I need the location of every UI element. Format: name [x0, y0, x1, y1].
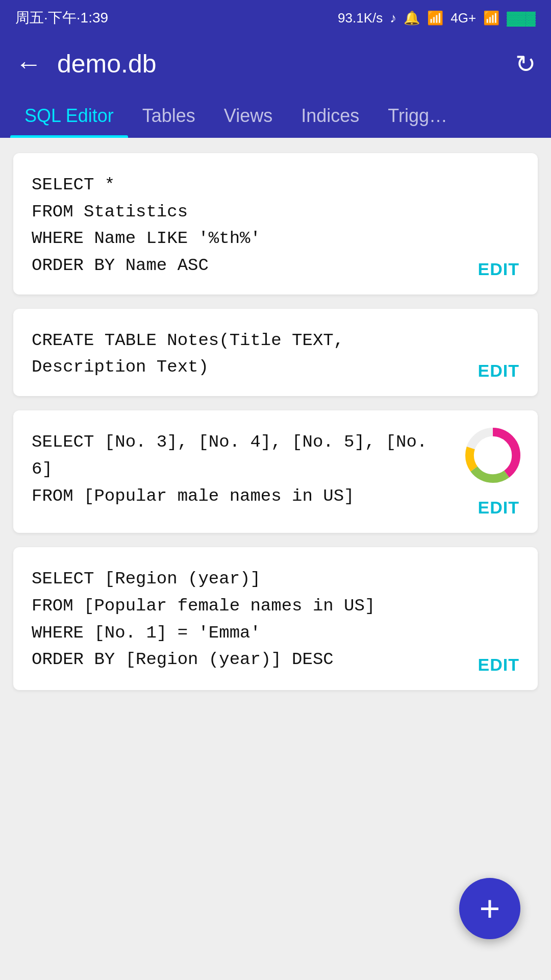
tab-sql-editor[interactable]: SQL Editor — [10, 95, 128, 138]
music-icon: ♪ — [390, 10, 396, 26]
tab-triggers[interactable]: Trigg… — [373, 95, 462, 138]
tab-indices[interactable]: Indices — [287, 95, 373, 138]
edit-button-2[interactable]: EDIT — [478, 361, 519, 381]
query-card-1: SELECT * FROM Statistics WHERE Name LIKE… — [13, 153, 538, 295]
add-query-button[interactable]: + — [459, 878, 520, 939]
app-bar-title: demo.db — [57, 49, 500, 79]
query-card-3: SELECT [No. 3], [No. 4], [No. 5], [No. 6… — [13, 410, 538, 533]
app-bar: ← demo.db ↻ — [0, 36, 551, 92]
tab-views[interactable]: Views — [210, 95, 287, 138]
notification-icon: 🔔 — [404, 10, 420, 26]
edit-button-1[interactable]: EDIT — [478, 259, 519, 279]
refresh-button[interactable]: ↻ — [515, 50, 536, 78]
query-card-4: SELECT [Region (year)] FROM [Popular fem… — [13, 547, 538, 690]
status-right: 93.1K/s ♪ 🔔 📶 4G+ 📶 ▓▓▓ — [338, 10, 536, 26]
content-area: SELECT * FROM Statistics WHERE Name LIKE… — [0, 138, 551, 980]
edit-button-3[interactable]: EDIT — [478, 498, 519, 518]
status-time: 周五·下午·1:39 — [15, 8, 108, 28]
status-bar: 周五·下午·1:39 93.1K/s ♪ 🔔 📶 4G+ 📶 ▓▓▓ — [0, 0, 551, 36]
back-button[interactable]: ← — [15, 48, 42, 79]
tab-bar: SQL Editor Tables Views Indices Trigg… — [0, 92, 551, 138]
query-text-4: SELECT [Region (year)] FROM [Popular fem… — [32, 566, 519, 673]
query-text-3: SELECT [No. 3], [No. 4], [No. 5], [No. 6… — [32, 429, 519, 509]
edit-button-4[interactable]: EDIT — [478, 655, 519, 675]
tab-tables[interactable]: Tables — [128, 95, 210, 138]
network-speed: 93.1K/s — [338, 10, 383, 26]
battery-icon: ▓▓▓ — [507, 10, 536, 26]
signal-icon-2: 📶 — [483, 10, 499, 26]
query-card-2: CREATE TABLE Notes(Title TEXT, Descripti… — [13, 309, 538, 396]
donut-chart — [462, 425, 523, 488]
query-text-1: SELECT * FROM Statistics WHERE Name LIKE… — [32, 172, 519, 279]
signal-icon: 📶 — [427, 10, 443, 26]
query-text-2: CREATE TABLE Notes(Title TEXT, Descripti… — [32, 327, 519, 381]
network-type: 4G+ — [450, 10, 476, 26]
